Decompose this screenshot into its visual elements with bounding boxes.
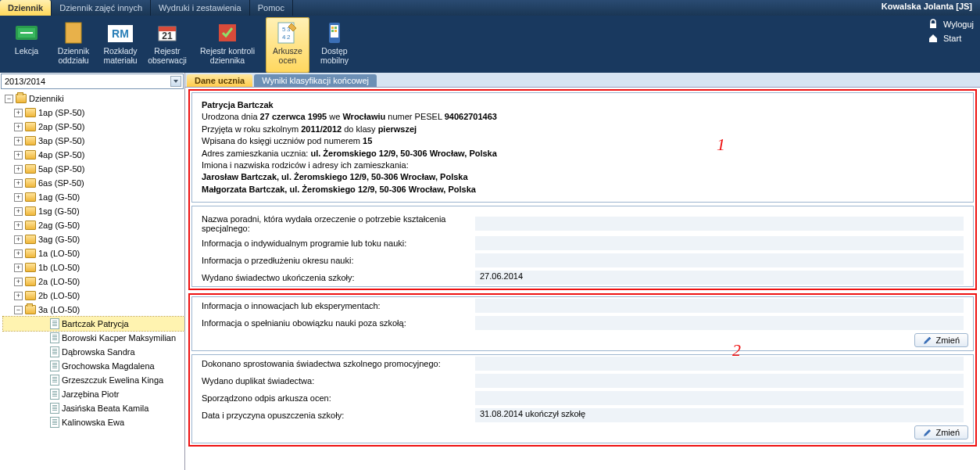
kv-row: Informacja o spełnianiu obowiązku nauki … bbox=[192, 314, 973, 332]
expand-icon[interactable]: + bbox=[14, 151, 23, 160]
lesson-icon bbox=[14, 20, 39, 45]
svg-text:2: 2 bbox=[287, 34, 291, 41]
start-link[interactable]: Start bbox=[928, 33, 974, 44]
tree-node[interactable]: +3ap (SP-50) bbox=[3, 134, 184, 148]
main: 2013/2014 −Dzienniki+1ap (SP-50)+2ap (SP… bbox=[0, 73, 980, 470]
content-scroll[interactable]: 1 Patrycja Bartczak Urodzona dnia 27 cze… bbox=[185, 88, 980, 470]
ribbon-btn-3[interactable]: 21Rejestr obserwacji bbox=[145, 17, 189, 73]
tree-node[interactable]: −Dzienniki bbox=[3, 91, 184, 106]
tree-node[interactable]: +3ag (G-50) bbox=[3, 232, 184, 246]
ribbon-btn-5[interactable]: 5342Arkusze ocen bbox=[266, 17, 309, 73]
tree-node[interactable]: +4ap (SP-50) bbox=[3, 148, 184, 162]
ribbon-btn-0[interactable]: Lekcja bbox=[5, 17, 48, 73]
page-icon bbox=[50, 332, 59, 343]
tree-node[interactable]: +6as (SP-50) bbox=[3, 176, 184, 190]
kv-key: Data i przyczyna opuszczenia szkoły: bbox=[202, 411, 475, 420]
tree-node[interactable]: +5ap (SP-50) bbox=[3, 162, 184, 176]
tree-student[interactable]: Bartczak Patrycja bbox=[3, 317, 184, 331]
tree-student[interactable]: Kalinowska Ewa bbox=[3, 415, 184, 429]
menu-tab-pomoc[interactable]: Pomoc bbox=[250, 0, 293, 16]
tree-label: 2ag (G-50) bbox=[38, 221, 80, 230]
folder-icon bbox=[25, 164, 36, 174]
ribbon-btn-6[interactable]: Dostęp mobilny bbox=[313, 17, 356, 73]
tree-student[interactable]: Grochowska Magdalena bbox=[3, 359, 184, 373]
tree-node[interactable]: +1a (LO-50) bbox=[3, 246, 184, 260]
tree-node[interactable]: +2a (LO-50) bbox=[3, 274, 184, 289]
folder-icon bbox=[25, 235, 36, 244]
tree-node[interactable]: +1b (LO-50) bbox=[3, 260, 184, 274]
section3-panel: Informacja o innowacjach lub eksperyment… bbox=[191, 296, 974, 351]
tree-node[interactable]: +1ag (G-50) bbox=[3, 190, 184, 204]
tree-student[interactable]: Grzeszczuk Ewelina Kinga bbox=[3, 373, 184, 387]
ribbon: LekcjaDziennik oddziałuRMRozkłady materi… bbox=[0, 16, 980, 73]
edit-button-sec4[interactable]: Zmień bbox=[914, 425, 968, 440]
expand-icon[interactable]: + bbox=[14, 249, 23, 258]
addr-label: Adres zamieszkania ucznia: bbox=[202, 149, 310, 158]
kv-key: Informacja o innowacjach lub eksperyment… bbox=[202, 301, 475, 310]
svg-text:5: 5 bbox=[282, 26, 286, 33]
kv-key: Dokonano sprostowania świadectwa szkolne… bbox=[202, 359, 475, 368]
ribbon-btn-4[interactable]: Rejestr kontroli dziennika bbox=[192, 17, 263, 73]
ribbon-btn-2[interactable]: RMRozkłady materiału bbox=[98, 17, 142, 73]
tree-label: Bartczak Patrycja bbox=[62, 319, 129, 328]
menu-tab-inne[interactable]: Dziennik zajęć innych bbox=[52, 0, 151, 16]
expand-icon[interactable]: + bbox=[14, 278, 23, 286]
page-icon bbox=[50, 318, 59, 329]
tree-student[interactable]: Borowski Kacper Maksymilian bbox=[3, 331, 184, 345]
menubar: Dziennik Dziennik zajęć innych Wydruki i… bbox=[0, 0, 980, 16]
kv-value bbox=[475, 217, 964, 231]
svg-text:4: 4 bbox=[282, 34, 286, 41]
tree-label: 4ap (SP-50) bbox=[38, 150, 84, 160]
folder-icon bbox=[25, 277, 36, 286]
page-icon bbox=[50, 403, 59, 414]
kv-key: Informacja o indywidualnym programie lub… bbox=[202, 239, 475, 248]
subtab-wyniki[interactable]: Wyniki klasyfikacji końcowej bbox=[254, 74, 377, 87]
expand-icon[interactable]: + bbox=[14, 109, 23, 117]
tree-node[interactable]: +2ag (G-50) bbox=[3, 218, 184, 232]
expand-icon[interactable]: + bbox=[14, 235, 23, 244]
expand-icon[interactable]: + bbox=[14, 264, 23, 272]
collapse-icon[interactable]: − bbox=[5, 95, 13, 103]
born-mid: we bbox=[327, 112, 342, 121]
parent1: Jarosław Bartczak, ul. Żeromskiego 12/9,… bbox=[202, 172, 468, 181]
pesel-prefix: numer PESEL bbox=[385, 112, 444, 121]
tree-node[interactable]: +1ap (SP-50) bbox=[3, 106, 184, 120]
kv-row: Wydano duplikat świadectwa: bbox=[192, 372, 973, 389]
expand-icon[interactable]: + bbox=[14, 292, 23, 300]
tree-student[interactable]: Dąbrowska Sandra bbox=[3, 345, 184, 359]
mobile-icon bbox=[322, 20, 347, 45]
logout-link[interactable]: Wyloguj bbox=[928, 19, 974, 30]
tree-node[interactable]: +2ap (SP-50) bbox=[3, 120, 184, 134]
tree[interactable]: −Dzienniki+1ap (SP-50)+2ap (SP-50)+3ap (… bbox=[0, 90, 184, 470]
menu-tab-dziennik[interactable]: Dziennik bbox=[0, 0, 52, 16]
expand-icon[interactable]: + bbox=[14, 137, 23, 145]
school-year-select[interactable]: 2013/2014 bbox=[1, 74, 184, 89]
expand-icon[interactable]: + bbox=[14, 165, 23, 174]
tree-student[interactable]: Jasińska Beata Kamila bbox=[3, 401, 184, 415]
expand-icon[interactable]: + bbox=[14, 207, 23, 216]
svg-rect-20 bbox=[334, 30, 337, 32]
tree-node[interactable]: +1sg (G-50) bbox=[3, 204, 184, 218]
edit-button-sec3[interactable]: Zmień bbox=[914, 333, 968, 347]
folder-icon bbox=[25, 192, 36, 202]
tree-student[interactable]: Jarzębina Piotr bbox=[3, 387, 184, 401]
kv-row: Informacja o przedłużeniu okresu nauki: bbox=[192, 252, 973, 269]
menu-tab-wydruki[interactable]: Wydruki i zestawienia bbox=[151, 0, 250, 16]
expand-icon[interactable]: + bbox=[14, 193, 23, 202]
tree-label: Grochowska Magdalena bbox=[62, 361, 155, 371]
expand-icon[interactable]: + bbox=[14, 123, 23, 131]
svg-text:21: 21 bbox=[162, 30, 173, 41]
student-info-panel: Patrycja Bartczak Urodzona dnia 27 czerw… bbox=[191, 92, 974, 203]
ribbon-btn-1[interactable]: Dziennik oddziału bbox=[52, 17, 95, 73]
folder-open-icon bbox=[25, 305, 36, 314]
collapse-icon[interactable]: − bbox=[14, 306, 23, 314]
kv-value bbox=[475, 253, 964, 267]
kv-value bbox=[475, 236, 964, 250]
tree-node[interactable]: +2b (LO-50) bbox=[3, 289, 184, 303]
kv-key: Informacja o przedłużeniu okresu nauki: bbox=[202, 256, 475, 265]
expand-icon[interactable]: + bbox=[14, 179, 23, 188]
tree-label: 2a (LO-50) bbox=[38, 277, 80, 286]
subtab-dane-ucznia[interactable]: Dane ucznia bbox=[187, 74, 252, 87]
expand-icon[interactable]: + bbox=[14, 221, 23, 230]
tree-node[interactable]: −3a (LO-50) bbox=[3, 303, 184, 317]
